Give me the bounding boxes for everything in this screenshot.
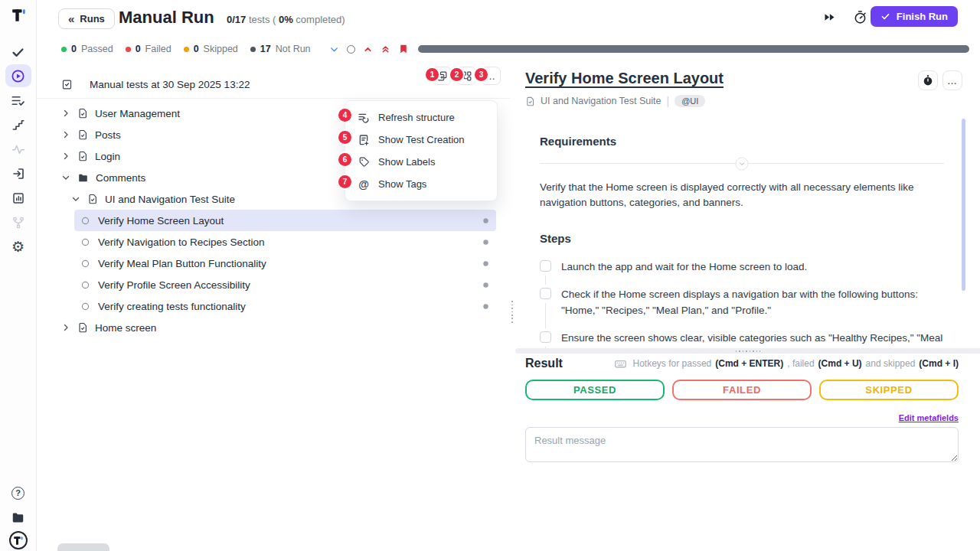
file-check-icon (77, 108, 88, 119)
suite-name[interactable]: UI and Navigation Test Suite (541, 96, 662, 106)
test-description: Requirements Verify that the Home screen… (540, 119, 944, 350)
edit-metafields-link[interactable]: Edit metafields (525, 413, 959, 422)
stopwatch-icon (922, 74, 934, 86)
help-icon[interactable]: ? (5, 481, 31, 504)
tour-badge-7: 7 (338, 175, 351, 188)
test-circle-icon (80, 237, 90, 247)
steps-icon[interactable] (5, 113, 31, 136)
status-skipped: 0Skipped (184, 44, 238, 54)
timer-icon[interactable] (853, 10, 867, 24)
top-bar: « Runs Manual Run 0/17 tests ( 0% comple… (37, 0, 980, 38)
result-heading: Result (525, 357, 563, 370)
test-breadcrumb: UI and Navigation Test Suite | @UI (525, 95, 705, 107)
refresh-structure-icon (358, 112, 370, 124)
tree-row-suite[interactable]: Home screen (37, 317, 511, 338)
tour-badge-3: 3 (475, 68, 488, 81)
step-item: Launch the app and wait for the Home scr… (540, 259, 944, 287)
runs-play-icon[interactable] (5, 64, 31, 87)
detail-more-button[interactable]: … (942, 70, 962, 90)
menu-item-show-labels[interactable]: 6 Show Labels (345, 151, 497, 173)
clipboard-check-icon (61, 79, 73, 90)
tree-row-test[interactable]: Verify creating tests functionality (74, 295, 496, 317)
hotkeys-hint: Hotkeys for passed (Cmd + ENTER) , faile… (614, 357, 959, 370)
settings-gear-icon[interactable]: ⚙ (5, 235, 31, 258)
branch-icon[interactable] (5, 211, 31, 234)
pulse-icon[interactable] (5, 138, 31, 161)
test-detail-panel: Verify Home Screen Layout … UI and Navig… (515, 60, 980, 551)
test-circle-icon (80, 216, 90, 226)
tree-row-test[interactable]: Verify Profile Screen Accessibility (74, 274, 496, 295)
tag-badge[interactable]: @UI (675, 95, 705, 107)
stopwatch-button[interactable] (918, 70, 938, 90)
detail-scrollbar[interactable] (962, 119, 965, 291)
result-message-input[interactable] (525, 427, 959, 462)
skipped-dot-icon (184, 47, 189, 52)
panel-splitter-horizontal[interactable] (515, 348, 980, 354)
steps-heading: Steps (540, 232, 944, 245)
step-text: Check if the Home screen displays a navi… (561, 287, 944, 319)
step-checkbox[interactable] (540, 260, 551, 272)
failed-button[interactable]: FAILED (672, 380, 812, 400)
step-checkbox[interactable] (540, 288, 551, 299)
step-text: Ensure the screen shows clear, visible c… (561, 331, 944, 350)
steps-list: Launch the app and wait for the Home scr… (540, 259, 944, 350)
notrun-dot-icon (250, 47, 256, 52)
reports-icon[interactable] (5, 187, 31, 210)
status-notrun: 17Not Run (250, 44, 311, 54)
test-title[interactable]: Verify Home Screen Layout (525, 70, 724, 87)
file-check-icon (77, 151, 88, 161)
import-icon[interactable] (5, 162, 31, 185)
back-to-runs-button[interactable]: « Runs (58, 8, 115, 29)
test-circle-icon (80, 280, 90, 290)
status-dot-icon (482, 238, 490, 246)
tree-row-test[interactable]: Verify Navigation to Recipes Section (74, 231, 496, 253)
status-controls (329, 44, 409, 54)
circle-filter-icon[interactable] (347, 45, 355, 54)
collapse-toggle-icon[interactable] (736, 157, 749, 170)
fast-forward-icon[interactable] (823, 11, 836, 24)
status-dot-icon (482, 259, 490, 268)
skipped-button[interactable]: SKIPPED (819, 380, 959, 400)
splitter-grip (511, 301, 513, 324)
requirements-heading: Requirements (540, 135, 944, 148)
finish-run-button[interactable]: Finish Run (871, 6, 958, 27)
requirements-text: Verify that the Home screen is displayed… (540, 180, 944, 210)
page-title: Manual Run (119, 8, 214, 28)
file-check-icon (77, 322, 88, 333)
tour-badge-5: 5 (338, 131, 351, 144)
tour-badge-6: 6 (338, 153, 351, 166)
at-sign-icon: @ (358, 178, 370, 191)
file-check-icon (525, 96, 535, 106)
menu-item-refresh-structure[interactable]: 4 Refresh structure (345, 106, 497, 129)
file-check-icon (77, 129, 88, 140)
passed-dot-icon (61, 47, 67, 52)
projects-folder-icon[interactable] (5, 506, 31, 529)
tree-row-test-selected[interactable]: Verify Home Screen Layout (74, 210, 496, 231)
partial-tooltip (57, 543, 109, 551)
failed-dot-icon (126, 47, 131, 52)
chevron-right-icon (61, 152, 70, 161)
test-creation-icon (358, 134, 370, 146)
bookmark-icon[interactable] (398, 44, 409, 54)
run-progress-bar (418, 45, 969, 53)
chevron-down-icon[interactable] (329, 44, 339, 54)
test-circle-icon (80, 302, 90, 311)
tree-row-test[interactable]: Verify Meal Plan Button Functionality (74, 253, 496, 274)
test-plans-icon[interactable] (5, 89, 31, 112)
passed-button[interactable]: PASSED (525, 380, 665, 400)
tour-badge-1: 1 (426, 68, 439, 81)
tests-check-icon[interactable] (5, 41, 31, 64)
menu-item-show-tags[interactable]: 7 @ Show Tags (345, 173, 497, 195)
chevron-right-icon (61, 109, 70, 118)
step-text: Launch the app and wait for the Home scr… (561, 259, 807, 276)
verdict-buttons: PASSED FAILED SKIPPED (525, 380, 959, 400)
menu-item-show-test-creation[interactable]: 5 Show Test Creation (345, 129, 497, 151)
test-circle-icon (80, 259, 90, 269)
step-checkbox[interactable] (540, 331, 551, 343)
user-avatar[interactable] (5, 529, 31, 551)
double-chevron-up-icon[interactable] (381, 44, 390, 54)
back-label: Runs (80, 13, 105, 24)
chevron-up-icon[interactable] (363, 44, 373, 54)
panel-splitter-vertical[interactable] (510, 60, 514, 551)
tour-badge-2: 2 (450, 68, 463, 81)
